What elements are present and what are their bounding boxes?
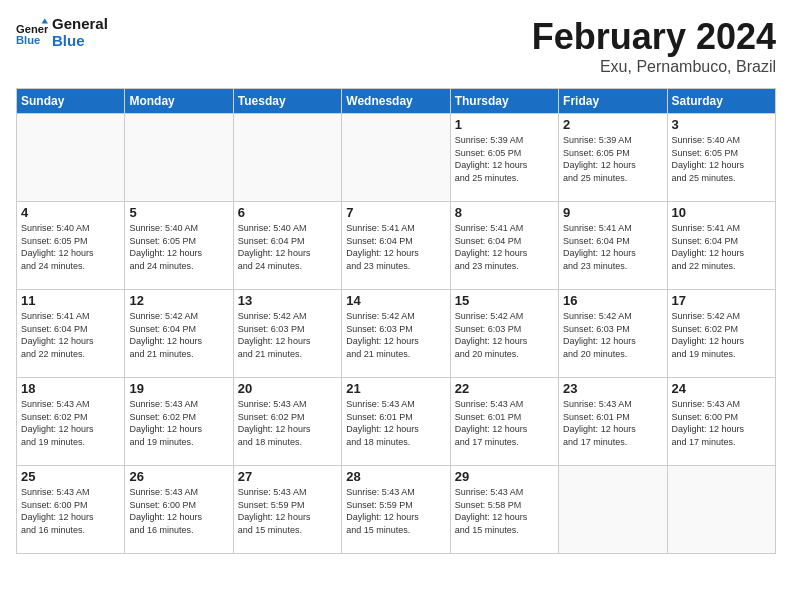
day-info: Sunrise: 5:43 AM Sunset: 6:00 PM Dayligh… (672, 398, 771, 448)
day-number: 13 (238, 293, 337, 308)
day-number: 11 (21, 293, 120, 308)
day-info: Sunrise: 5:40 AM Sunset: 6:05 PM Dayligh… (129, 222, 228, 272)
day-number: 28 (346, 469, 445, 484)
day-info: Sunrise: 5:39 AM Sunset: 6:05 PM Dayligh… (563, 134, 662, 184)
weekday-header-row: SundayMondayTuesdayWednesdayThursdayFrid… (17, 89, 776, 114)
calendar-cell: 6Sunrise: 5:40 AM Sunset: 6:04 PM Daylig… (233, 202, 341, 290)
calendar-cell: 5Sunrise: 5:40 AM Sunset: 6:05 PM Daylig… (125, 202, 233, 290)
calendar-cell: 29Sunrise: 5:43 AM Sunset: 5:58 PM Dayli… (450, 466, 558, 554)
day-info: Sunrise: 5:42 AM Sunset: 6:03 PM Dayligh… (455, 310, 554, 360)
calendar-cell: 23Sunrise: 5:43 AM Sunset: 6:01 PM Dayli… (559, 378, 667, 466)
day-number: 15 (455, 293, 554, 308)
page-header: General Blue General Blue February 2024 … (16, 16, 776, 76)
day-number: 2 (563, 117, 662, 132)
day-info: Sunrise: 5:39 AM Sunset: 6:05 PM Dayligh… (455, 134, 554, 184)
weekday-header-thursday: Thursday (450, 89, 558, 114)
day-number: 3 (672, 117, 771, 132)
day-info: Sunrise: 5:41 AM Sunset: 6:04 PM Dayligh… (21, 310, 120, 360)
day-number: 22 (455, 381, 554, 396)
calendar-cell: 24Sunrise: 5:43 AM Sunset: 6:00 PM Dayli… (667, 378, 775, 466)
day-info: Sunrise: 5:43 AM Sunset: 5:59 PM Dayligh… (238, 486, 337, 536)
day-info: Sunrise: 5:41 AM Sunset: 6:04 PM Dayligh… (346, 222, 445, 272)
calendar-cell: 19Sunrise: 5:43 AM Sunset: 6:02 PM Dayli… (125, 378, 233, 466)
location: Exu, Pernambuco, Brazil (532, 58, 776, 76)
calendar-cell: 20Sunrise: 5:43 AM Sunset: 6:02 PM Dayli… (233, 378, 341, 466)
calendar-cell: 4Sunrise: 5:40 AM Sunset: 6:05 PM Daylig… (17, 202, 125, 290)
calendar-cell: 14Sunrise: 5:42 AM Sunset: 6:03 PM Dayli… (342, 290, 450, 378)
title-block: February 2024 Exu, Pernambuco, Brazil (532, 16, 776, 76)
day-number: 14 (346, 293, 445, 308)
day-number: 1 (455, 117, 554, 132)
calendar-cell (233, 114, 341, 202)
day-info: Sunrise: 5:40 AM Sunset: 6:05 PM Dayligh… (21, 222, 120, 272)
day-info: Sunrise: 5:43 AM Sunset: 6:02 PM Dayligh… (238, 398, 337, 448)
day-info: Sunrise: 5:43 AM Sunset: 6:00 PM Dayligh… (129, 486, 228, 536)
day-number: 6 (238, 205, 337, 220)
svg-text:General: General (16, 23, 48, 35)
calendar-cell (559, 466, 667, 554)
day-info: Sunrise: 5:42 AM Sunset: 6:02 PM Dayligh… (672, 310, 771, 360)
calendar-cell: 16Sunrise: 5:42 AM Sunset: 6:03 PM Dayli… (559, 290, 667, 378)
day-number: 17 (672, 293, 771, 308)
calendar-cell: 12Sunrise: 5:42 AM Sunset: 6:04 PM Dayli… (125, 290, 233, 378)
calendar-cell (667, 466, 775, 554)
day-info: Sunrise: 5:43 AM Sunset: 6:02 PM Dayligh… (129, 398, 228, 448)
svg-text:Blue: Blue (16, 34, 40, 46)
logo-blue: Blue (52, 32, 85, 49)
day-number: 24 (672, 381, 771, 396)
day-info: Sunrise: 5:43 AM Sunset: 6:01 PM Dayligh… (563, 398, 662, 448)
calendar-cell: 21Sunrise: 5:43 AM Sunset: 6:01 PM Dayli… (342, 378, 450, 466)
calendar-cell: 22Sunrise: 5:43 AM Sunset: 6:01 PM Dayli… (450, 378, 558, 466)
day-info: Sunrise: 5:41 AM Sunset: 6:04 PM Dayligh… (455, 222, 554, 272)
calendar-cell: 11Sunrise: 5:41 AM Sunset: 6:04 PM Dayli… (17, 290, 125, 378)
day-info: Sunrise: 5:42 AM Sunset: 6:03 PM Dayligh… (563, 310, 662, 360)
calendar-table: SundayMondayTuesdayWednesdayThursdayFrid… (16, 88, 776, 554)
calendar-cell (17, 114, 125, 202)
calendar-cell: 25Sunrise: 5:43 AM Sunset: 6:00 PM Dayli… (17, 466, 125, 554)
day-number: 19 (129, 381, 228, 396)
day-number: 18 (21, 381, 120, 396)
calendar-cell: 26Sunrise: 5:43 AM Sunset: 6:00 PM Dayli… (125, 466, 233, 554)
day-info: Sunrise: 5:43 AM Sunset: 5:58 PM Dayligh… (455, 486, 554, 536)
week-row-3: 11Sunrise: 5:41 AM Sunset: 6:04 PM Dayli… (17, 290, 776, 378)
calendar-cell: 13Sunrise: 5:42 AM Sunset: 6:03 PM Dayli… (233, 290, 341, 378)
weekday-header-saturday: Saturday (667, 89, 775, 114)
week-row-4: 18Sunrise: 5:43 AM Sunset: 6:02 PM Dayli… (17, 378, 776, 466)
day-info: Sunrise: 5:42 AM Sunset: 6:03 PM Dayligh… (238, 310, 337, 360)
day-info: Sunrise: 5:42 AM Sunset: 6:03 PM Dayligh… (346, 310, 445, 360)
calendar-cell: 27Sunrise: 5:43 AM Sunset: 5:59 PM Dayli… (233, 466, 341, 554)
calendar-cell: 3Sunrise: 5:40 AM Sunset: 6:05 PM Daylig… (667, 114, 775, 202)
logo: General Blue General Blue (16, 16, 108, 49)
weekday-header-tuesday: Tuesday (233, 89, 341, 114)
day-number: 7 (346, 205, 445, 220)
logo-general: General (52, 15, 108, 32)
day-number: 27 (238, 469, 337, 484)
day-number: 8 (455, 205, 554, 220)
day-info: Sunrise: 5:40 AM Sunset: 6:04 PM Dayligh… (238, 222, 337, 272)
week-row-5: 25Sunrise: 5:43 AM Sunset: 6:00 PM Dayli… (17, 466, 776, 554)
day-number: 23 (563, 381, 662, 396)
day-number: 29 (455, 469, 554, 484)
day-number: 5 (129, 205, 228, 220)
calendar-cell: 10Sunrise: 5:41 AM Sunset: 6:04 PM Dayli… (667, 202, 775, 290)
calendar-cell: 17Sunrise: 5:42 AM Sunset: 6:02 PM Dayli… (667, 290, 775, 378)
weekday-header-friday: Friday (559, 89, 667, 114)
week-row-2: 4Sunrise: 5:40 AM Sunset: 6:05 PM Daylig… (17, 202, 776, 290)
calendar-cell: 28Sunrise: 5:43 AM Sunset: 5:59 PM Dayli… (342, 466, 450, 554)
day-number: 4 (21, 205, 120, 220)
calendar-cell: 7Sunrise: 5:41 AM Sunset: 6:04 PM Daylig… (342, 202, 450, 290)
day-info: Sunrise: 5:40 AM Sunset: 6:05 PM Dayligh… (672, 134, 771, 184)
weekday-header-monday: Monday (125, 89, 233, 114)
month-title: February 2024 (532, 16, 776, 58)
weekday-header-wednesday: Wednesday (342, 89, 450, 114)
calendar-cell: 2Sunrise: 5:39 AM Sunset: 6:05 PM Daylig… (559, 114, 667, 202)
calendar-cell (125, 114, 233, 202)
day-info: Sunrise: 5:43 AM Sunset: 5:59 PM Dayligh… (346, 486, 445, 536)
day-info: Sunrise: 5:43 AM Sunset: 6:01 PM Dayligh… (346, 398, 445, 448)
calendar-cell: 8Sunrise: 5:41 AM Sunset: 6:04 PM Daylig… (450, 202, 558, 290)
calendar-cell (342, 114, 450, 202)
day-info: Sunrise: 5:42 AM Sunset: 6:04 PM Dayligh… (129, 310, 228, 360)
day-number: 25 (21, 469, 120, 484)
week-row-1: 1Sunrise: 5:39 AM Sunset: 6:05 PM Daylig… (17, 114, 776, 202)
day-number: 26 (129, 469, 228, 484)
